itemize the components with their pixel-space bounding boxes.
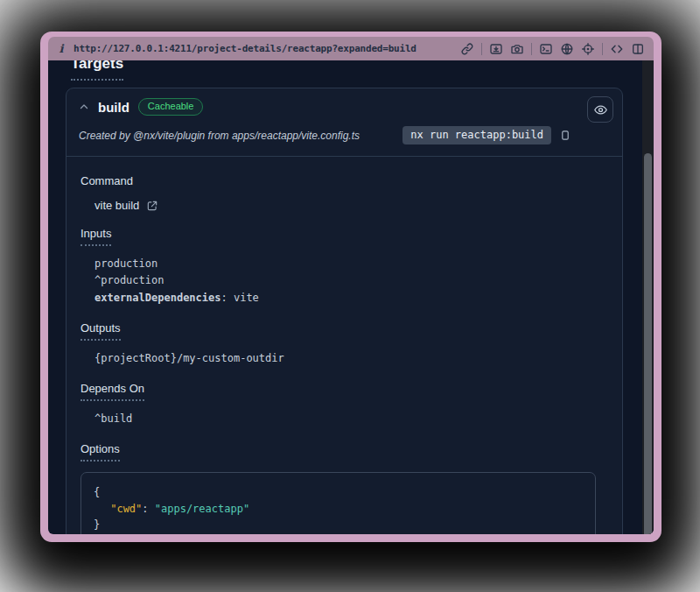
json-line: {	[94, 484, 583, 501]
command-section: Command vite build	[80, 174, 608, 212]
page-content: Targets build Cacheable Created by @n	[48, 60, 654, 534]
run-command-chip: nx run reactapp:build	[402, 126, 551, 144]
command-value: vite build	[94, 199, 139, 212]
depends-on-section: Depends On ^build	[80, 382, 608, 427]
crosshair-icon[interactable]	[581, 42, 595, 56]
command-label: Command	[80, 174, 133, 187]
depends-on-label[interactable]: Depends On	[80, 382, 144, 401]
code-icon[interactable]	[610, 42, 624, 56]
toolbar-separator	[602, 43, 603, 55]
info-icon[interactable]: i	[57, 42, 66, 55]
target-card-build: build Cacheable Created by @nx/vite/plug…	[66, 88, 623, 534]
view-target-button[interactable]	[587, 96, 613, 123]
json-line: }	[94, 517, 583, 533]
eye-icon	[593, 102, 608, 117]
download-icon[interactable]	[489, 42, 503, 56]
scrollbar-track[interactable]	[642, 60, 654, 534]
scrollbar-thumb[interactable]	[644, 153, 652, 534]
globe-icon[interactable]	[560, 42, 574, 56]
output-item: {projectRoot}/my-custom-outdir	[94, 350, 608, 367]
app-window: i http://127.0.0.1:4211/project-details/…	[40, 32, 662, 542]
url-text[interactable]: http://127.0.0.1:4211/project-details/re…	[74, 43, 416, 54]
input-item: production	[94, 256, 608, 272]
camera-icon[interactable]	[510, 42, 524, 56]
terminal-icon[interactable]	[539, 42, 553, 56]
inputs-section: Inputs production ^production externalDe…	[80, 227, 608, 307]
split-view-icon[interactable]	[631, 42, 645, 56]
build-header-meta: Created by @nx/vite/plugin from apps/rea…	[79, 126, 610, 144]
outputs-label[interactable]: Outputs	[80, 321, 121, 341]
toolbar-icons	[460, 42, 645, 56]
title-bar: i http://127.0.0.1:4211/project-details/…	[48, 37, 654, 60]
input-item: ^production	[94, 272, 608, 289]
page-title[interactable]: Targets	[71, 60, 123, 81]
target-name: build	[98, 100, 130, 115]
link-icon[interactable]	[460, 42, 474, 56]
outputs-section: Outputs {projectRoot}/my-custom-outdir	[80, 321, 608, 367]
json-line: "cwd": "apps/reactapp"	[94, 501, 583, 518]
toolbar-separator	[531, 43, 532, 55]
options-json-block: { "cwd": "apps/reactapp" }	[80, 472, 596, 534]
created-by-text: Created by @nx/vite/plugin from apps/rea…	[79, 130, 360, 142]
chevron-up-icon	[79, 102, 89, 112]
copy-icon	[559, 129, 571, 142]
build-card-header: build Cacheable Created by @nx/vite/plug…	[66, 88, 622, 157]
copy-command-button[interactable]	[559, 129, 571, 142]
build-header-toggle[interactable]: build Cacheable	[79, 98, 610, 116]
toolbar-separator	[481, 43, 482, 55]
depends-on-item: ^build	[94, 411, 608, 427]
external-link-icon[interactable]	[146, 200, 158, 212]
options-section: Options { "cwd": "apps/reactapp" }	[80, 442, 608, 534]
options-label[interactable]: Options	[80, 442, 120, 462]
cacheable-badge: Cacheable	[138, 98, 204, 116]
build-card-body: Command vite build Inputs production ^pr…	[66, 157, 622, 534]
inputs-label[interactable]: Inputs	[80, 227, 111, 246]
input-item: externalDependencies: vite	[94, 290, 608, 307]
